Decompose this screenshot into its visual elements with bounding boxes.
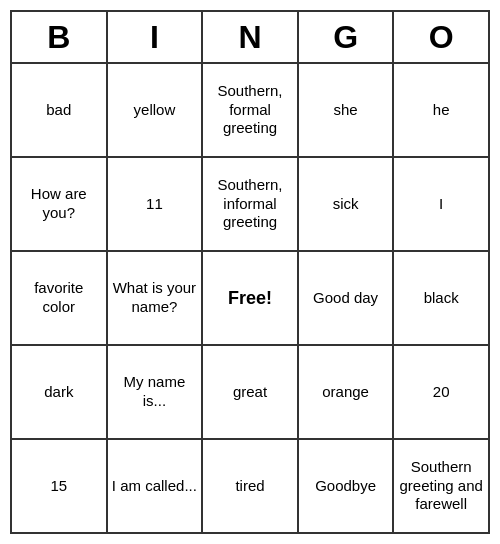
bingo-cell-3-0: dark xyxy=(12,346,108,438)
bingo-row-0: badyellowSouthern, formal greetingshehe xyxy=(12,64,488,158)
bingo-cell-2-2: Free! xyxy=(203,252,299,344)
bingo-cell-1-4: I xyxy=(394,158,488,250)
bingo-cell-2-3: Good day xyxy=(299,252,395,344)
bingo-cell-0-4: he xyxy=(394,64,488,156)
bingo-cell-4-4: Southern greeting and farewell xyxy=(394,440,488,532)
bingo-cell-1-2: Southern, informal greeting xyxy=(203,158,299,250)
bingo-body: badyellowSouthern, formal greetingsheheH… xyxy=(12,64,488,532)
bingo-cell-4-0: 15 xyxy=(12,440,108,532)
bingo-cell-1-3: sick xyxy=(299,158,395,250)
bingo-cell-2-1: What is your name? xyxy=(108,252,204,344)
header-letter-I: I xyxy=(108,12,204,62)
bingo-cell-0-0: bad xyxy=(12,64,108,156)
bingo-row-4: 15I am called...tiredGoodbyeSouthern gre… xyxy=(12,440,488,532)
bingo-cell-3-3: orange xyxy=(299,346,395,438)
bingo-cell-2-4: black xyxy=(394,252,488,344)
bingo-cell-4-2: tired xyxy=(203,440,299,532)
header-letter-N: N xyxy=(203,12,299,62)
bingo-row-2: favorite colorWhat is your name?Free!Goo… xyxy=(12,252,488,346)
bingo-cell-4-1: I am called... xyxy=(108,440,204,532)
bingo-cell-4-3: Goodbye xyxy=(299,440,395,532)
bingo-cell-3-1: My name is... xyxy=(108,346,204,438)
header-letter-B: B xyxy=(12,12,108,62)
bingo-row-1: How are you?11Southern, informal greetin… xyxy=(12,158,488,252)
header-letter-G: G xyxy=(299,12,395,62)
bingo-cell-3-4: 20 xyxy=(394,346,488,438)
bingo-cell-0-1: yellow xyxy=(108,64,204,156)
bingo-card: BINGO badyellowSouthern, formal greeting… xyxy=(10,10,490,534)
bingo-cell-2-0: favorite color xyxy=(12,252,108,344)
bingo-cell-1-1: 11 xyxy=(108,158,204,250)
header-letter-O: O xyxy=(394,12,488,62)
bingo-row-3: darkMy name is...greatorange20 xyxy=(12,346,488,440)
bingo-cell-0-2: Southern, formal greeting xyxy=(203,64,299,156)
bingo-cell-1-0: How are you? xyxy=(12,158,108,250)
bingo-cell-0-3: she xyxy=(299,64,395,156)
bingo-cell-3-2: great xyxy=(203,346,299,438)
bingo-header: BINGO xyxy=(12,12,488,64)
